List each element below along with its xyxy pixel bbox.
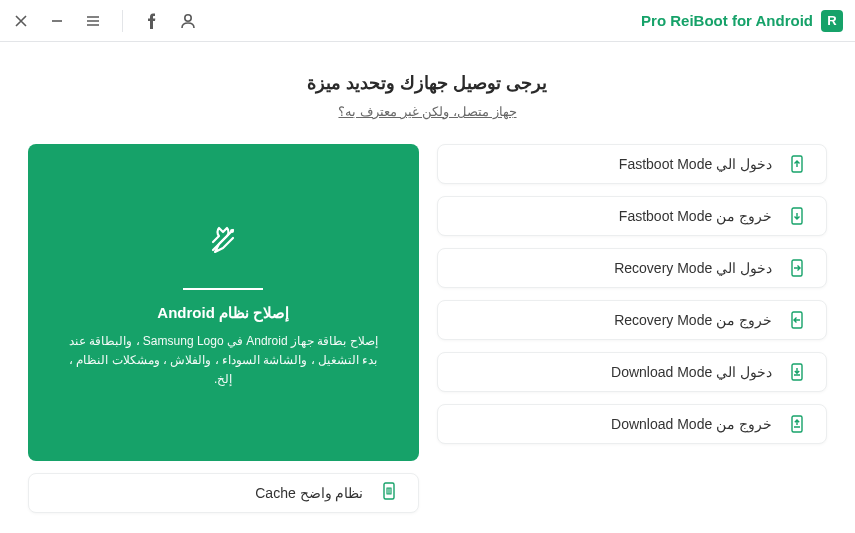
minimize-icon[interactable]: [48, 12, 66, 30]
mode-label: دخول الي Fastboot Mode: [619, 156, 772, 172]
repair-divider: [183, 288, 263, 290]
exit-download-button[interactable]: خروج من Download Mode: [437, 404, 828, 444]
titlebar-divider: [122, 10, 123, 32]
titlebar: Pro ReiBoot for Android R: [0, 0, 855, 42]
enter-fastboot-button[interactable]: دخول الي Fastboot Mode: [437, 144, 828, 184]
repair-android-card[interactable]: إصلاح نظام Android إصلاح بطاقة جهاز Andr…: [28, 144, 419, 461]
phone-download-icon: [788, 363, 806, 381]
phone-arrow-up-icon: [788, 155, 806, 173]
trash-icon: [380, 482, 398, 504]
device-unrecognized-link[interactable]: جهاز متصل، ولكن غير معترف به؟: [338, 104, 516, 119]
repair-column: إصلاح نظام Android إصلاح بطاقة جهاز Andr…: [28, 144, 419, 513]
page-heading: يرجى توصيل جهازك وتحديد ميزة: [28, 72, 827, 94]
close-icon[interactable]: [12, 12, 30, 30]
repair-title: إصلاح نظام Android: [157, 304, 289, 322]
repair-description: إصلاح بطاقة جهاز Android في Samsung Logo…: [64, 332, 383, 390]
phone-upload-icon: [788, 415, 806, 433]
cache-label: نظام واضح Cache: [255, 485, 363, 501]
exit-recovery-button[interactable]: خروج من Recovery Mode: [437, 300, 828, 340]
exit-fastboot-button[interactable]: خروج من Fastboot Mode: [437, 196, 828, 236]
main-content: يرجى توصيل جهازك وتحديد ميزة جهاز متصل، …: [0, 42, 855, 533]
mode-label: دخول الي Download Mode: [611, 364, 772, 380]
app-window: Pro ReiBoot for Android R يرجى توصيل جها…: [0, 0, 855, 533]
mode-label: خروج من Download Mode: [611, 416, 772, 432]
facebook-icon[interactable]: [143, 12, 161, 30]
phone-arrow-down-icon: [788, 207, 806, 225]
user-icon[interactable]: [179, 12, 197, 30]
enter-download-button[interactable]: دخول الي Download Mode: [437, 352, 828, 392]
app-title: Pro ReiBoot for Android: [641, 12, 813, 29]
heading-section: يرجى توصيل جهازك وتحديد ميزة جهاز متصل، …: [28, 72, 827, 120]
tools-icon: [199, 216, 247, 268]
mode-label: دخول الي Recovery Mode: [614, 260, 772, 276]
features-grid: دخول الي Fastboot Mode خروج من Fastboot …: [28, 144, 827, 513]
app-logo-icon: R: [821, 10, 843, 32]
svg-point-0: [185, 14, 191, 20]
phone-arrow-out-icon: [788, 311, 806, 329]
app-title-wrap: Pro ReiBoot for Android R: [641, 10, 843, 32]
enter-recovery-button[interactable]: دخول الي Recovery Mode: [437, 248, 828, 288]
svg-point-7: [230, 229, 234, 233]
phone-arrow-in-icon: [788, 259, 806, 277]
menu-icon[interactable]: [84, 12, 102, 30]
clear-cache-button[interactable]: نظام واضح Cache: [28, 473, 419, 513]
modes-column: دخول الي Fastboot Mode خروج من Fastboot …: [437, 144, 828, 513]
window-controls: [12, 10, 197, 32]
mode-label: خروج من Recovery Mode: [614, 312, 772, 328]
mode-label: خروج من Fastboot Mode: [619, 208, 772, 224]
